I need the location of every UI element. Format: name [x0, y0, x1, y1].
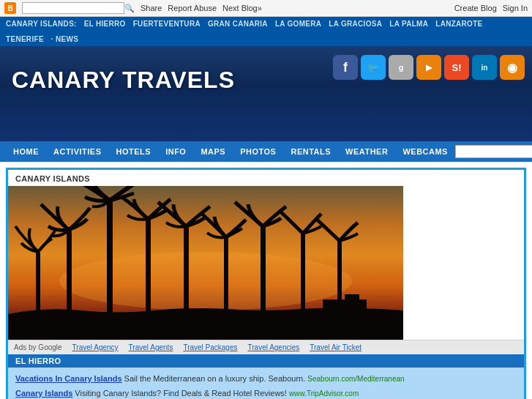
nav-hotels[interactable]: HOTELS: [109, 141, 159, 162]
nav-webcams[interactable]: WEBCAMS: [395, 141, 455, 162]
sunset-svg: [8, 186, 403, 340]
nav-maps[interactable]: MAPS: [193, 141, 233, 162]
ads-travel-agents[interactable]: Travel Agents: [129, 343, 173, 351]
islands-nav-bar: CANARY ISLANDS: EL HIERRO FUERTEVENTURA …: [0, 17, 532, 46]
ad-row-1: Vacations In Canary Islands Sail the Med…: [15, 372, 517, 387]
nav-home[interactable]: HOME: [6, 141, 46, 162]
island-link-fuerteventura[interactable]: FUERTEVENTURA: [133, 20, 201, 28]
island-link-lanzarote[interactable]: LANZAROTE: [435, 20, 482, 28]
nav-activities[interactable]: ACTIVITIES: [46, 141, 109, 162]
google-icon[interactable]: g: [389, 55, 413, 80]
nav-search-wrap: Search: [455, 145, 532, 158]
blogger-search-wrap: 🔍: [22, 2, 135, 14]
svg-point-1: [59, 252, 352, 310]
sign-in-link[interactable]: Sign In: [503, 4, 528, 12]
ads-by-google-label: Ads by Google: [14, 343, 62, 351]
content-inner: CANARY ISLANDS: [8, 170, 524, 399]
svg-rect-3: [36, 252, 40, 316]
blogger-share-link[interactable]: Share: [141, 4, 162, 12]
svg-rect-7: [184, 226, 189, 316]
ads-travel-packages[interactable]: Travel Packages: [183, 343, 237, 351]
blogger-report-link[interactable]: Report Abuse: [168, 4, 217, 12]
twitter-icon[interactable]: 🐦: [361, 55, 386, 80]
nav-info[interactable]: INFO: [158, 141, 193, 162]
rss-icon[interactable]: ◉: [500, 55, 525, 80]
site-header: f 🐦 g ▶ S! in ◉ CANARY TRAVELS: [0, 46, 532, 141]
ads-travel-agency[interactable]: Travel Agency: [72, 343, 119, 351]
ad-1-url[interactable]: Seabourn.com/Mediterranean: [307, 375, 404, 383]
islands-bar-label: CANARY ISLANDS:: [6, 20, 77, 28]
blogger-bar-right: Create Blog Sign In: [454, 4, 528, 12]
svg-rect-13: [345, 294, 359, 302]
island-link-tenerife[interactable]: TENERIFE: [6, 35, 44, 43]
el-hierro-label: EL HIERRO: [8, 354, 524, 368]
nav-rentals[interactable]: RENTALS: [283, 141, 338, 162]
sunset-image: [8, 186, 403, 340]
ad-2-desc-text: Visiting Canary Islands? Find Deals & Re…: [75, 389, 287, 398]
nav-weather[interactable]: WEATHER: [338, 141, 395, 162]
ad-row-2: Canary Islands Visiting Canary Islands? …: [15, 387, 517, 399]
facebook-icon[interactable]: f: [333, 55, 358, 80]
island-link-la-graciosa[interactable]: LA GRACIOSA: [329, 20, 382, 28]
nav-photos[interactable]: PHOTOS: [233, 141, 283, 162]
blogger-next-link[interactable]: Next Blog»: [222, 4, 262, 12]
stumbleupon-icon[interactable]: S!: [444, 55, 469, 80]
blogger-logo: B: [4, 2, 16, 14]
blogger-search-input[interactable]: [22, 2, 124, 14]
island-link-el-hierro[interactable]: EL HIERRO: [84, 20, 126, 28]
island-link-gran-canaria[interactable]: GRAN CANARIA: [208, 20, 268, 28]
ad-1-desc-text: Sail the Mediterranean on a luxury ship.…: [124, 374, 306, 383]
island-link-la-palma[interactable]: LA PALMA: [389, 20, 428, 28]
ads-bar: Ads by Google Travel Agency Travel Agent…: [8, 340, 524, 354]
svg-rect-8: [224, 237, 228, 316]
create-blog-link[interactable]: Create Blog: [454, 4, 497, 12]
ads-travel-air-ticket[interactable]: Travel Air Ticket: [310, 343, 361, 351]
island-link-news[interactable]: · NEWS: [51, 35, 78, 43]
main-navigation: HOME ACTIVITIES HOTELS INFO MAPS PHOTOS …: [0, 141, 532, 162]
ad-2-url[interactable]: www.TripAdvisor.com: [289, 389, 359, 398]
svg-rect-10: [301, 234, 305, 316]
svg-rect-5: [107, 201, 113, 316]
svg-rect-9: [261, 226, 266, 316]
ad-2-title[interactable]: Canary Islands: [15, 389, 72, 398]
blogger-bar: B 🔍 Share Report Abuse Next Blog» Create…: [0, 0, 532, 17]
blogger-search-button[interactable]: 🔍: [124, 4, 135, 13]
ad-1-title[interactable]: Vacations In Canary Islands: [15, 374, 122, 383]
island-link-la-gomera[interactable]: LA GOMERA: [275, 20, 321, 28]
canary-islands-section-label: CANARY ISLANDS: [8, 170, 524, 186]
ads-travel-agencies[interactable]: Travel Agencies: [248, 343, 300, 351]
svg-rect-6: [146, 219, 151, 316]
blogger-bar-left: B 🔍 Share Report Abuse Next Blog»: [4, 2, 262, 14]
content-area: CANARY ISLANDS: [6, 168, 526, 399]
bottom-ad-section: Vacations In Canary Islands Sail the Med…: [8, 368, 524, 399]
svg-rect-4: [67, 230, 72, 314]
nav-search-input[interactable]: [455, 145, 532, 158]
social-icons-group: f 🐦 g ▶ S! in ◉: [333, 55, 525, 80]
linkedin-icon[interactable]: in: [472, 55, 497, 80]
rss-orange-icon[interactable]: ▶: [416, 55, 441, 80]
